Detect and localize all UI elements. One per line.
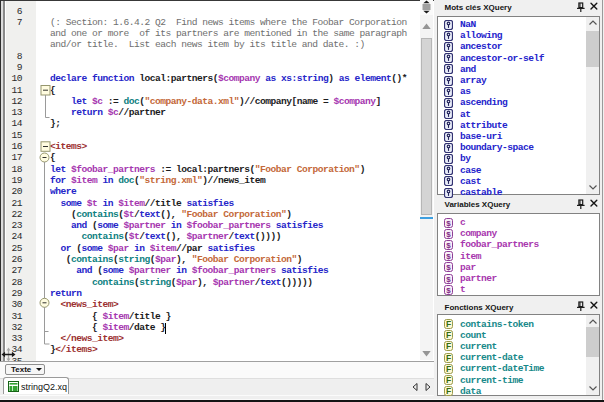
svg-text:F: F — [446, 353, 451, 363]
svg-text:F: F — [446, 330, 451, 340]
svg-text:F: F — [446, 341, 451, 351]
svg-text:F: F — [446, 319, 451, 329]
svg-text:$: $ — [446, 241, 451, 250]
svg-text:$: $ — [446, 274, 451, 283]
svg-text:$: $ — [446, 218, 451, 227]
svg-text:$: $ — [446, 230, 451, 239]
svg-text:$: $ — [446, 252, 451, 261]
svg-text:$: $ — [446, 263, 451, 272]
svg-text:F: F — [446, 386, 451, 396]
svg-text:$: $ — [446, 286, 451, 295]
svg-text:F: F — [446, 364, 451, 374]
svg-text:F: F — [446, 375, 451, 385]
